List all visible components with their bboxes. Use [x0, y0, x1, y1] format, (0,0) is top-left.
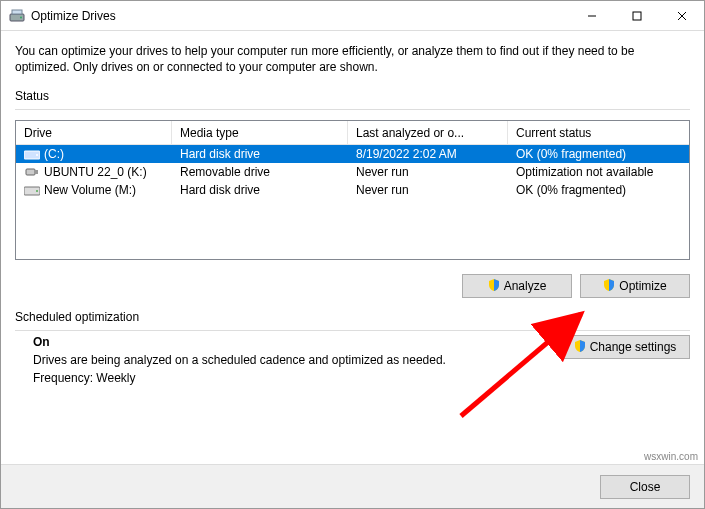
svg-point-1: [20, 16, 22, 18]
drive-status: OK (0% fragmented): [508, 183, 689, 197]
maximize-button[interactable]: [614, 1, 659, 31]
drive-last: Never run: [348, 183, 508, 197]
col-drive[interactable]: Drive: [16, 121, 172, 145]
col-status[interactable]: Current status: [508, 121, 689, 145]
shield-icon: [488, 279, 500, 294]
drive-media: Hard disk drive: [172, 183, 348, 197]
svg-point-8: [36, 154, 38, 156]
table-row[interactable]: UBUNTU 22_0 (K:) Removable drive Never r…: [16, 163, 689, 181]
drive-name: (C:): [44, 147, 64, 161]
col-media[interactable]: Media type: [172, 121, 348, 145]
hdd-icon: [24, 183, 40, 197]
window-content: You can optimize your drives to help you…: [1, 31, 704, 397]
change-settings-label: Change settings: [590, 340, 677, 354]
col-last[interactable]: Last analyzed or o...: [348, 121, 508, 145]
svg-rect-2: [12, 10, 22, 14]
app-icon: [9, 8, 25, 24]
status-divider: [15, 109, 690, 110]
watermark: wsxwin.com: [644, 451, 698, 462]
usb-icon: [24, 165, 40, 179]
svg-rect-9: [26, 169, 35, 175]
shield-icon: [574, 340, 586, 355]
drives-table: Drive Media type Last analyzed or o... C…: [15, 120, 690, 260]
table-row[interactable]: (C:) Hard disk drive 8/19/2022 2:02 AM O…: [16, 145, 689, 163]
close-window-button[interactable]: Close: [600, 475, 690, 499]
drive-media: Removable drive: [172, 165, 348, 179]
svg-point-12: [36, 190, 38, 192]
footer: Close: [1, 464, 704, 508]
close-button[interactable]: [659, 1, 704, 31]
scheduled-state: On: [33, 335, 560, 349]
drive-last: 8/19/2022 2:02 AM: [348, 147, 508, 161]
scheduled-section: Scheduled optimization On Drives are bei…: [15, 310, 690, 389]
table-header: Drive Media type Last analyzed or o... C…: [16, 121, 689, 145]
drive-status: Optimization not available: [508, 165, 689, 179]
status-label: Status: [15, 89, 690, 103]
drive-last: Never run: [348, 165, 508, 179]
drive-media: Hard disk drive: [172, 147, 348, 161]
shield-icon: [603, 279, 615, 294]
analyze-button[interactable]: Analyze: [462, 274, 572, 298]
analyze-label: Analyze: [504, 279, 547, 293]
scheduled-freq: Frequency: Weekly: [33, 371, 560, 385]
titlebar: Optimize Drives: [1, 1, 704, 31]
scheduled-desc: Drives are being analyzed on a scheduled…: [33, 353, 560, 367]
svg-rect-10: [35, 170, 38, 174]
optimize-button[interactable]: Optimize: [580, 274, 690, 298]
drive-name: UBUNTU 22_0 (K:): [44, 165, 147, 179]
window-title: Optimize Drives: [31, 9, 569, 23]
scheduled-divider: [15, 330, 690, 331]
drive-name: New Volume (M:): [44, 183, 136, 197]
hdd-icon: [24, 147, 40, 161]
optimize-label: Optimize: [619, 279, 666, 293]
table-row[interactable]: New Volume (M:) Hard disk drive Never ru…: [16, 181, 689, 199]
svg-rect-4: [633, 12, 641, 20]
scheduled-label: Scheduled optimization: [15, 310, 690, 324]
drive-status: OK (0% fragmented): [508, 147, 689, 161]
close-label: Close: [630, 480, 661, 494]
intro-text: You can optimize your drives to help you…: [15, 43, 690, 75]
minimize-button[interactable]: [569, 1, 614, 31]
change-settings-button[interactable]: Change settings: [560, 335, 690, 359]
action-buttons: Analyze Optimize: [15, 274, 690, 298]
